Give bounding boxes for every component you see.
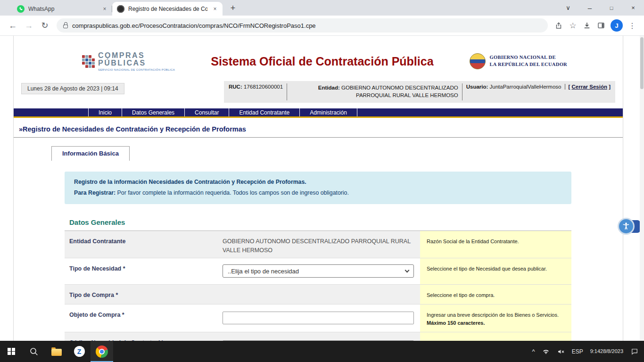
language-indicator[interactable]: ESP bbox=[569, 341, 586, 362]
section-title: Datos Generales bbox=[65, 218, 571, 231]
bookmark-star-icon[interactable]: ☆ bbox=[566, 18, 580, 33]
notice-line2: Para Registrar: Por favor complete la in… bbox=[74, 188, 562, 198]
field-help: Ingresar una breve descripción de los Bi… bbox=[420, 304, 571, 332]
notice-box: Registro de la información Necesidades d… bbox=[65, 172, 571, 204]
site-favicon bbox=[117, 5, 124, 13]
logout-link[interactable]: [ Cerrar Sesión ] bbox=[569, 84, 611, 90]
reload-button[interactable]: ↻ bbox=[37, 17, 53, 33]
clock-date: 28/8/2023 bbox=[600, 348, 623, 355]
government-banner: GOBIERNO NACIONAL DE LA REPÚBLICA DEL EC… bbox=[470, 53, 567, 69]
field-help: Razón Social de la Entidad Contratante. bbox=[420, 231, 571, 258]
form-row-objeto-compra: Objeto de Compra * Ingresar una breve de… bbox=[65, 304, 571, 332]
browser-tab-strip: WhatsApp × Registro de Necesidades de Co… bbox=[0, 0, 644, 16]
nav-item-inicio[interactable]: Inicio bbox=[88, 108, 122, 116]
objeto-compra-input[interactable] bbox=[223, 312, 414, 324]
separator bbox=[565, 84, 565, 90]
codigo-necesidad-input bbox=[223, 340, 414, 341]
whatsapp-icon bbox=[17, 5, 25, 13]
search-icon bbox=[29, 347, 39, 356]
form-row-tipo-compra: Tipo de Compra * Seleccione el tipo de c… bbox=[65, 285, 571, 304]
chrome-icon bbox=[96, 346, 108, 358]
browser-tab-whatsapp[interactable]: WhatsApp × bbox=[12, 2, 112, 16]
tab-title: WhatsApp bbox=[28, 6, 97, 12]
session-bar: Lunes 28 de Agosto de 2023 | 09:14 RUC: … bbox=[14, 80, 623, 103]
field-help: Seleccione el tipo de Necesidad que dese… bbox=[420, 258, 571, 284]
nav-item-consultar[interactable]: Consultar bbox=[185, 108, 229, 116]
page-scrollbar[interactable] bbox=[640, 36, 644, 341]
lock-icon bbox=[63, 25, 68, 28]
field-help: El código de Necesidad de Contratación s… bbox=[420, 332, 571, 341]
maximize-button[interactable]: □ bbox=[601, 0, 622, 16]
form-row-codigo-necesidad: Código Necesidad de Contratación El códi… bbox=[65, 332, 571, 341]
file-explorer-icon bbox=[51, 349, 62, 356]
ruc-value: 1768120600001 bbox=[242, 84, 283, 90]
window-controls: ∨ – □ × bbox=[557, 0, 644, 16]
form-row-entidad-contratante: Entidad Contratante GOBIERNO AUTONOMO DE… bbox=[65, 231, 571, 258]
accessibility-icon[interactable] bbox=[618, 218, 635, 235]
separator bbox=[462, 83, 462, 100]
file-explorer-button[interactable] bbox=[45, 341, 68, 362]
field-label: Objeto de Compra * bbox=[65, 304, 217, 332]
date-time-box: Lunes 28 de Agosto de 2023 | 09:14 bbox=[21, 83, 124, 94]
forward-button[interactable]: → bbox=[21, 17, 37, 33]
action-center-icon[interactable] bbox=[627, 341, 642, 362]
page-viewport: COMPRAS PÚBLICAS SERVICIO NACIONAL DE CO… bbox=[0, 36, 644, 341]
compras-publicas-logo: COMPRAS PÚBLICAS SERVICIO NACIONAL DE CO… bbox=[82, 52, 175, 71]
browser-toolbar: ← → ↻ compraspublicas.gob.ec/ProcesoCont… bbox=[0, 16, 644, 36]
scrollbar-thumb[interactable] bbox=[640, 37, 644, 89]
main-navigation: Inicio Datos Generales Consultar Entidad… bbox=[14, 108, 623, 118]
z-app-button[interactable]: Z bbox=[68, 341, 91, 362]
nav-item-entidad-contratante[interactable]: Entidad Contratante bbox=[229, 108, 300, 116]
volume-muted-icon[interactable] bbox=[553, 341, 569, 362]
tipo-compra-empty-field bbox=[217, 285, 420, 304]
field-label: Tipo de Necesidad * bbox=[65, 258, 217, 284]
gov-line1: GOBIERNO NACIONAL DE bbox=[490, 54, 567, 61]
nav-item-datos-generales[interactable]: Datos Generales bbox=[122, 108, 185, 116]
close-window-button[interactable]: × bbox=[622, 0, 644, 16]
side-panel-icon[interactable] bbox=[594, 18, 608, 33]
page-body: COMPRAS PÚBLICAS SERVICIO NACIONAL DE CO… bbox=[13, 36, 623, 341]
start-button[interactable] bbox=[0, 341, 23, 362]
entidad-label: Entidad: bbox=[318, 85, 340, 90]
ecuador-seal-icon bbox=[470, 53, 486, 69]
new-tab-button[interactable]: + bbox=[226, 1, 239, 15]
breadcrumb: »Registro de Necesidades de Contratación… bbox=[14, 123, 623, 138]
site-header: COMPRAS PÚBLICAS SERVICIO NACIONAL DE CO… bbox=[14, 42, 623, 80]
close-tab-icon[interactable]: × bbox=[101, 5, 108, 13]
field-label: Tipo de Compra * bbox=[65, 285, 217, 304]
accessibility-widget[interactable] bbox=[618, 218, 635, 235]
screen: WhatsApp × Registro de Necesidades de Co… bbox=[0, 0, 644, 362]
tab-search-icon[interactable]: ∨ bbox=[557, 0, 579, 16]
tray-expand-icon[interactable]: ^ bbox=[529, 341, 538, 362]
share-icon[interactable] bbox=[552, 18, 566, 33]
tipo-necesidad-select[interactable]: ..Elija el tipo de necesidad bbox=[223, 264, 414, 278]
page-title: Sistema Oficial de Contratación Pública bbox=[175, 55, 469, 68]
browser-tab-registro[interactable]: Registro de Necesidades de Cont × bbox=[112, 2, 223, 16]
url-text: compraspublicas.gob.ec/ProcesoContrataci… bbox=[72, 22, 316, 29]
minimize-button[interactable]: – bbox=[579, 0, 601, 16]
windows-taskbar: Z ^ ESP 9:14 28/8/2023 bbox=[0, 341, 644, 362]
back-button[interactable]: ← bbox=[5, 17, 21, 33]
taskbar-search-button[interactable] bbox=[23, 341, 45, 362]
entidad-field: Entidad: GOBIERNO AUTONOMO DESCENTRALIZA… bbox=[291, 83, 458, 99]
field-help: Seleccione el tipo de compra. bbox=[420, 285, 571, 304]
system-tray: ^ ESP 9:14 28/8/2023 bbox=[529, 341, 644, 362]
logo-line1: COMPRAS bbox=[98, 52, 175, 59]
address-bar[interactable]: compraspublicas.gob.ec/ProcesoContrataci… bbox=[57, 18, 548, 33]
field-label: Entidad Contratante bbox=[65, 231, 217, 258]
network-icon[interactable] bbox=[538, 341, 553, 362]
downloads-icon[interactable] bbox=[580, 18, 594, 33]
chrome-button[interactable] bbox=[91, 341, 113, 362]
close-tab-icon[interactable]: × bbox=[211, 5, 219, 13]
browser-menu-icon[interactable]: ⋮ bbox=[625, 18, 639, 33]
taskbar-clock[interactable]: 9:14 28/8/2023 bbox=[586, 341, 627, 362]
notice-line1: Registro de la información Necesidades d… bbox=[74, 177, 562, 188]
profile-avatar[interactable]: J bbox=[611, 19, 623, 32]
nav-item-administracion[interactable]: Administración bbox=[300, 108, 357, 116]
ruc-field: RUC: 1768120600001 bbox=[229, 83, 283, 90]
separator bbox=[287, 83, 287, 100]
tab-informacion-basica[interactable]: Información Básica bbox=[51, 146, 130, 161]
entidad-value: GOBIERNO AUTONOMO DESCENTRALIZADO PARROQ… bbox=[340, 85, 458, 98]
usuario-field: Usuario: JuntaParroquialValleHermoso [ C… bbox=[466, 83, 611, 90]
clock-time: 9:14 bbox=[590, 348, 600, 355]
